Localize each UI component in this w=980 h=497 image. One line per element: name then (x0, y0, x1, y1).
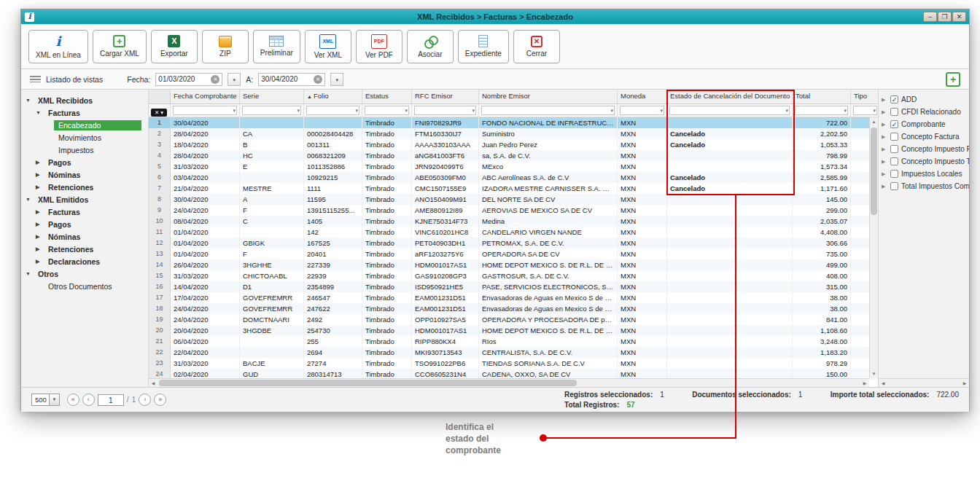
asociar-button[interactable]: Asociar (407, 30, 454, 63)
sidebar-item-movimientos[interactable]: Movimientos (46, 131, 148, 144)
chevron-right-icon[interactable]: ▶ (36, 160, 44, 165)
table-row[interactable]: 1201/04/2020GBIGK167525TimbradoPET040903… (149, 238, 878, 248)
panel-item-concepto-impuesto-tra[interactable]: ▶Concepto Impuesto Tra (879, 155, 969, 168)
column-header-folio[interactable]: ▲Folio (304, 90, 362, 103)
expediente-button[interactable]: Expediente (458, 30, 509, 63)
table-row[interactable]: 2020/04/20203HGDBE254730TimbradoHDM00101… (149, 325, 878, 336)
sidebar-item-facturas[interactable]: ▼Facturas (36, 106, 148, 119)
sidebar-item-pagos[interactable]: ▶Pagos (36, 218, 148, 230)
column-header-estatus[interactable]: Estatus (362, 90, 412, 103)
chevron-down-icon[interactable]: ▼ (26, 98, 34, 103)
scroll-right-icon[interactable]: ▶ (960, 379, 969, 387)
zip-button[interactable]: ZIP (202, 30, 249, 63)
checkbox[interactable]: ✓ (890, 120, 898, 128)
scroll-down-icon[interactable]: ▼ (870, 369, 878, 378)
table-row[interactable]: 1301/04/2020F20401TimbradoaRF1203275Y6OP… (149, 248, 878, 259)
sidebar-item-pagos[interactable]: ▶Pagos (36, 156, 148, 168)
date-from-dropdown-button[interactable]: ▾ (228, 73, 241, 86)
ver-xml-button[interactable]: XMLVer XML (305, 30, 351, 63)
sidebar-item-nominas[interactable]: ▶Nóminas (36, 168, 148, 181)
table-row[interactable]: 531/03/2020E1011352886TimbradoJRN9204099… (149, 161, 878, 172)
scrollbar-thumb[interactable] (871, 128, 877, 215)
chevron-down-icon[interactable]: ▼ (26, 271, 34, 276)
xml-en-linea-button[interactable]: iXML en Línea (28, 30, 88, 63)
chevron-down-icon[interactable]: ▼ (26, 197, 34, 202)
sidebar-item-impuestos[interactable]: Impuestos (46, 144, 148, 156)
chevron-down-icon[interactable]: ▼ (36, 110, 44, 115)
filter-combo[interactable]: ▾ (481, 106, 615, 115)
next-page-button[interactable]: › (139, 394, 151, 406)
sidebar-item-xml-recibidos[interactable]: ▼XML Recibidos (26, 94, 148, 106)
chevron-right-icon[interactable]: ▶ (882, 146, 887, 152)
column-header-moneda[interactable]: Moneda (618, 90, 667, 103)
date-from-input[interactable]: 01/03/2020 ✕ (155, 73, 222, 86)
date-to-input[interactable]: 30/04/2020 ✕ (258, 73, 325, 86)
ver-pdf-button[interactable]: PDFVer PDF (356, 30, 402, 63)
chevron-right-icon[interactable]: ▶ (882, 171, 887, 177)
table-row[interactable]: 2331/03/2020BACJE27274TimbradoTSO991022P… (149, 358, 878, 369)
table-row[interactable]: 318/04/2020B001311TimbradoAAAA330103AAAJ… (149, 139, 878, 150)
column-header-serie[interactable]: Serie (240, 90, 304, 103)
checkbox[interactable]: ✓ (890, 95, 898, 103)
scroll-left-icon[interactable]: ◀ (879, 379, 887, 387)
chevron-right-icon[interactable]: ▶ (882, 134, 887, 140)
chevron-right-icon[interactable]: ▶ (36, 172, 44, 178)
cargar-xml-button[interactable]: +Cargar XML (93, 30, 147, 63)
column-header-total[interactable]: Total (793, 90, 851, 103)
filter-combo[interactable]: ▾ (242, 106, 301, 115)
clear-selection-button[interactable]: ✕ ▾ (151, 109, 167, 117)
checkbox[interactable] (890, 182, 898, 190)
table-row[interactable]: 1717/04/2020GOVEFREMRR246547TimbradoEAM0… (149, 292, 878, 303)
table-row[interactable]: 1531/03/2020CHICTOAABL22939TimbradoGAS91… (149, 270, 878, 281)
table-row[interactable]: 1426/04/20203HGHHE227339TimbradoHDM00101… (149, 259, 878, 270)
exportar-button[interactable]: XExportar (151, 30, 198, 63)
maximize-icon[interactable]: ❐ (938, 12, 952, 22)
chevron-right-icon[interactable]: ▶ (36, 209, 44, 215)
checkbox[interactable] (890, 108, 898, 116)
scroll-right-icon[interactable]: ▶ (860, 379, 869, 387)
panel-item-comprobante[interactable]: ▶✓Comprobante (879, 118, 969, 130)
chevron-right-icon[interactable]: ▶ (882, 159, 887, 165)
column-header-fecha-comprobante[interactable]: Fecha Comprobante (171, 90, 240, 103)
column-header-estado-de-cancelacion-del-documento[interactable]: Estado de Cancelación del Documento (667, 90, 793, 103)
clear-icon[interactable]: ✕ (314, 75, 322, 84)
panel-item-impuestos-locales[interactable]: ▶Impuestos Locales (879, 168, 969, 180)
checkbox[interactable] (890, 170, 898, 178)
scroll-left-icon[interactable]: ◀ (149, 379, 158, 387)
filter-combo[interactable]: ▾ (306, 106, 359, 115)
table-row[interactable]: 1824/04/2020GOVEFREMRR247622TimbradoEAM0… (149, 303, 878, 314)
chevron-right-icon[interactable]: ▶ (882, 122, 887, 128)
sidebar-item-facturas[interactable]: ▶Facturas (36, 206, 148, 218)
panel-item-concepto-factura[interactable]: ▶Concepto Factura (879, 130, 969, 143)
filter-combo[interactable]: ▾ (853, 106, 877, 115)
table-row[interactable]: 603/04/202010929215TimbradoABE050309FM0A… (149, 172, 878, 183)
preliminar-button[interactable]: Preliminar (253, 30, 300, 63)
checkbox[interactable] (890, 157, 898, 165)
add-button[interactable]: + (946, 72, 960, 87)
table-row[interactable]: 1008/04/2020C1405TimbradoKJNE750314F73Me… (149, 216, 878, 227)
table-row[interactable]: 1614/04/2020D12354899TimbradoISD950921HE… (149, 281, 878, 292)
close-window-icon[interactable]: ✕ (952, 12, 966, 22)
sidebar-item-declaraciones[interactable]: ▶Declaraciones (36, 255, 148, 267)
chevron-right-icon[interactable]: ▶ (882, 184, 887, 189)
filter-combo[interactable]: ▾ (414, 106, 476, 115)
minimize-icon[interactable]: – (923, 12, 937, 22)
table-row[interactable]: 1924/04/2020DOMCTNAARI2492TimbradoOPP010… (149, 314, 878, 325)
table-row[interactable]: 1101/04/2020142TimbradoVINC610201HC8CAND… (149, 227, 878, 238)
filter-combo[interactable]: ▾ (365, 106, 409, 115)
chevron-right-icon[interactable]: ▶ (36, 222, 44, 227)
chevron-right-icon[interactable]: ▶ (36, 246, 44, 252)
filter-combo[interactable]: ▾ (669, 106, 790, 115)
chevron-right-icon[interactable]: ▶ (882, 109, 887, 115)
last-page-button[interactable]: » (154, 394, 166, 406)
sidebar-item-otros-documentos[interactable]: Otros Documentos (36, 280, 148, 292)
filter-combo[interactable]: ▾ (795, 106, 848, 115)
chevron-right-icon[interactable]: ▶ (882, 97, 887, 103)
filter-combo[interactable]: ▾ (620, 106, 664, 115)
first-page-button[interactable]: « (67, 394, 79, 406)
horizontal-scrollbar[interactable]: ◀ ▶ (149, 378, 869, 387)
page-size-select[interactable]: 500 ▼ (31, 394, 60, 406)
table-row[interactable]: 428/04/2020HC0068321209TimbradoaNG841003… (149, 150, 878, 161)
sidebar-item-retenciones[interactable]: ▶Retenciones (36, 243, 148, 255)
panel-item-cfdi-relacionado[interactable]: ▶CFDI Relacionado (879, 106, 969, 118)
